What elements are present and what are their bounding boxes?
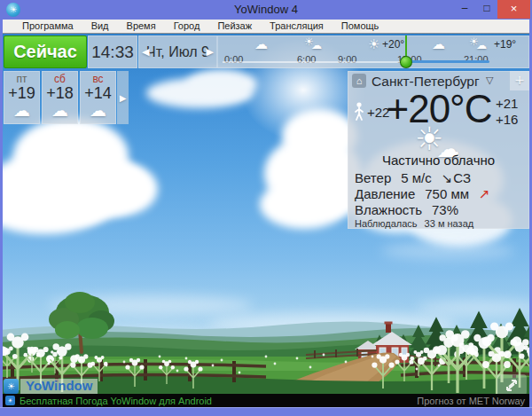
menu-item-broadcast[interactable]: Трансляция [261, 20, 332, 33]
date-label[interactable]: Чт, Июл 9 [146, 44, 209, 60]
observed-label: Наблюдалась [355, 218, 418, 229]
time-slider[interactable]: ☁ ☀☁ ☀ ☁ ☀☁ +20° +19° 0:00 6:00 9:00 15:… [217, 35, 529, 68]
high-temp: +21 [496, 96, 518, 111]
tick-9: 9:00 [338, 54, 356, 65]
forecast-day-sunday[interactable]: вс +14 ☁ [80, 71, 116, 124]
humidity-value: 73% [432, 202, 458, 217]
close-button[interactable]: × [497, 0, 530, 19]
sun-icon: ☀ [368, 36, 379, 52]
day-label: вс [80, 73, 116, 85]
wind-value: 5 м/с [401, 170, 432, 185]
forecast-day-friday[interactable]: пт +19 ☁ [4, 71, 40, 124]
wind-row: Ветер 5 м/с ↘СЗ [355, 170, 471, 186]
date-navigator[interactable]: ◀ Чт, Июл 9 ▶ [138, 35, 217, 68]
wind-direction: СЗ [453, 170, 471, 186]
forecast-day-saturday[interactable]: сб +18 ☁ [42, 71, 78, 124]
tick-0: 0:00 [224, 54, 243, 65]
day-temp: +18 [42, 85, 78, 102]
end-temp: +19° [494, 38, 516, 51]
expand-arrows-icon [497, 374, 527, 396]
forecast-expand-button[interactable]: ▶ [117, 71, 129, 124]
add-city-button[interactable]: + [510, 71, 529, 90]
cloud-icon: ☁ [42, 102, 78, 120]
fullscreen-button[interactable] [497, 374, 527, 396]
now-button[interactable]: Сейчас [4, 35, 87, 68]
yowindow-logo[interactable]: ☀ YoWindow [4, 379, 98, 394]
day-temp: +19 [4, 85, 40, 102]
menu-item-help[interactable]: Помощь [332, 20, 388, 33]
condition-text: Частично облачно [348, 153, 529, 168]
logo-sun-icon: ☀ [4, 379, 19, 394]
forecast-provider: Прогноз от MET Norway [417, 396, 525, 406]
prev-day-arrow-icon[interactable]: ◀ [142, 46, 149, 58]
menu-item-program[interactable]: Программа [13, 20, 82, 33]
window-title: YoWindow 4 [0, 0, 532, 20]
menu-item-landscape[interactable]: Пейзаж [208, 20, 261, 33]
weather-panel: ⌂ Санкт-Петербург ▽ + +22 +20°C +21 +16 … [348, 71, 529, 229]
slider-track[interactable] [223, 61, 400, 63]
day-temp: +14 [80, 85, 116, 102]
humidity-row: Влажность 73% [355, 202, 458, 217]
pressure-trend-arrow-icon: ↗ [479, 186, 490, 202]
pressure-label: Давление [355, 186, 415, 201]
maximize-button[interactable]: □ [476, 0, 497, 19]
humidity-label: Влажность [355, 202, 422, 217]
observed-row: Наблюдалась 33 м назад [355, 218, 473, 229]
cloud-icon: ☁ [80, 102, 116, 120]
pressure-value: 750 мм [425, 186, 469, 201]
day-label: сб [42, 73, 78, 85]
slider-track-active[interactable] [408, 60, 489, 63]
tick-6: 6:00 [297, 54, 316, 65]
logo-text: YoWindow [20, 379, 98, 394]
observed-value: 33 м назад [425, 218, 474, 229]
tick-21: 21:00 [464, 54, 489, 65]
menu-bar: Программа Вид Время Город Пейзаж Трансля… [3, 20, 529, 34]
person-icon [354, 101, 364, 122]
low-temp: +16 [496, 112, 518, 127]
clock-display[interactable]: 14:33 [88, 35, 137, 68]
app-window: ☀ YoWindow 4 – □ × Программа Вид Время Г… [0, 0, 532, 416]
marker-temp: +20° [382, 38, 404, 51]
wind-label: Ветер [355, 170, 391, 185]
pressure-row: Давление 750 мм ↗ [355, 186, 490, 202]
menu-item-city[interactable]: Город [165, 20, 209, 33]
time-marker-handle[interactable] [400, 56, 412, 68]
next-day-arrow-icon[interactable]: ▶ [207, 46, 214, 58]
status-bar: ☀ Бесплатная Погода YoWindow для Android… [0, 394, 532, 407]
status-sun-icon: ☀ [5, 396, 15, 405]
window-border-left [0, 34, 3, 407]
sun-cloud-icon: ☀☁ [304, 35, 327, 51]
minimize-button[interactable]: – [454, 0, 475, 19]
status-link[interactable]: Бесплатная Погода YoWindow для Android [20, 396, 212, 406]
city-dropdown-icon[interactable]: ▽ [486, 75, 493, 86]
wind-direction-arrow-icon: ↘ [442, 170, 453, 186]
sun-cloud-icon: ☀☁ [469, 35, 492, 51]
cloud-icon: ☁ [254, 36, 268, 52]
cloud-icon: ☁ [432, 36, 445, 52]
window-border-bottom [0, 407, 532, 416]
menu-item-view[interactable]: Вид [82, 20, 118, 33]
menu-item-time[interactable]: Время [118, 20, 165, 33]
cloud-icon: ☁ [4, 102, 40, 120]
title-bar[interactable]: ☀ YoWindow 4 – □ × [0, 0, 532, 20]
day-label: пт [4, 73, 40, 85]
weather-scene: Сейчас 14:33 ◀ Чт, Июл 9 ▶ ☁ ☀☁ ☀ ☁ ☀☁ +… [0, 34, 532, 407]
home-icon[interactable]: ⌂ [352, 74, 366, 88]
